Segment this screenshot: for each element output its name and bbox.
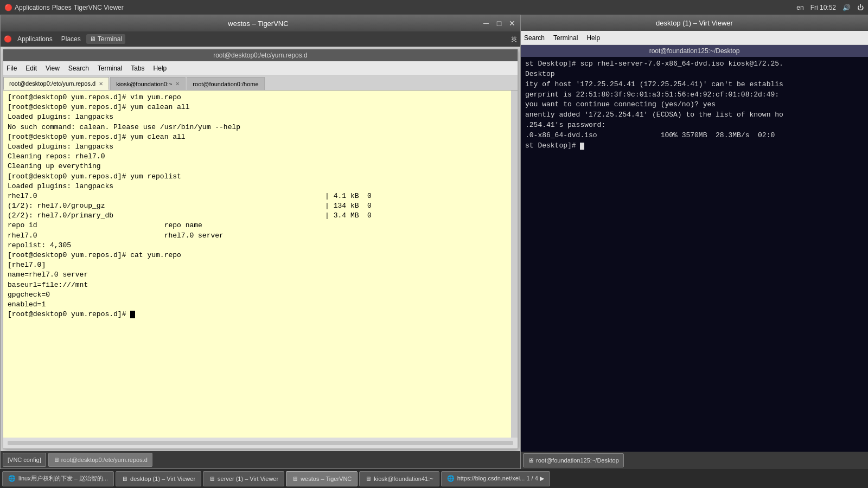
- virt-term-title-text: root@foundation125:~/Desktop: [649, 47, 740, 55]
- inner-terminal-btn[interactable]: 🖥 Terminal: [86, 34, 125, 44]
- menu-view[interactable]: View: [46, 65, 60, 72]
- taskbar-vnc-config[interactable]: [VNC config]: [3, 453, 46, 467]
- system-network-icon: 🔊: [843, 4, 851, 11]
- taskbar-kiosk-icon: 🖥: [365, 476, 371, 482]
- inner-lang: 英: [511, 35, 517, 43]
- system-bar-left: 🔴 Applications Places TigerVNC Viewer: [4, 4, 124, 11]
- system-power-icon: ⏻: [857, 4, 864, 11]
- terminal-tabs: root@desktop0:/etc/yum.repos.d ✕ kiosk@f…: [3, 75, 518, 91]
- taskbar-kiosk-foundation41[interactable]: 🖥 kiosk@foundation41:~: [359, 471, 439, 486]
- virt-menu-search[interactable]: Search: [524, 34, 545, 42]
- virt-terminal-title: root@foundation125:~/Desktop: [521, 45, 868, 57]
- close-tab-2[interactable]: ✕: [175, 81, 180, 87]
- terminal-bottom-scrollbar[interactable]: [8, 441, 513, 445]
- taskbar-linux-blog[interactable]: 🌐 linux用户权利的下发 – 赵治智的...: [2, 471, 114, 486]
- close-button[interactable]: ✕: [507, 18, 518, 29]
- vnc-title: westos – TigerVNC: [36, 20, 481, 28]
- menu-help[interactable]: Help: [154, 65, 167, 72]
- terminal-scrollbar[interactable]: [511, 91, 518, 438]
- vnc-window: westos – TigerVNC ─ □ ✕ 🔴 Applications P…: [0, 15, 521, 469]
- terminal-titlebar: root@desktop0:/etc/yum.repos.d: [3, 49, 518, 61]
- vnc-inner: 🔴 Applications Places 🖥 Terminal 英 root@…: [1, 31, 520, 468]
- places-menu[interactable]: Places: [52, 4, 72, 11]
- virt-titlebar: desktop (1) – Virt Viewer: [521, 15, 868, 31]
- terminal-body[interactable]: [root@desktop0 yum.repos.d]# vim yum.rep…: [3, 91, 511, 438]
- vnc-titlebar: westos – TigerVNC ─ □ ✕: [1, 15, 520, 31]
- virt-taskbar-foundation125[interactable]: 🖥 root@foundation125:~/Desktop: [523, 453, 624, 467]
- taskbar-linux-icon: 🌐: [8, 475, 16, 482]
- gnome-bar-right: 英: [511, 35, 517, 43]
- system-time: Fri 10:52: [810, 4, 836, 11]
- virt-viewer-panel: desktop (1) – Virt Viewer Search Termina…: [521, 15, 868, 469]
- inner-gnome-icon: 🔴: [4, 35, 12, 43]
- taskbar-virt-server[interactable]: 🖥 server (1) – Virt Viewer: [203, 471, 284, 486]
- inner-applications-menu[interactable]: Applications: [14, 34, 56, 44]
- system-lang: en: [796, 4, 803, 11]
- system-icon: 🔴: [4, 4, 12, 11]
- terminal-title: root@desktop0:/etc/yum.repos.d: [213, 52, 308, 59]
- virt-taskbar-icon: 🖥: [528, 457, 534, 464]
- terminal-window: root@desktop0:/etc/yum.repos.d File Edit…: [3, 49, 518, 449]
- terminal-bottom: [3, 438, 518, 448]
- main-area: westos – TigerVNC ─ □ ✕ 🔴 Applications P…: [0, 15, 868, 469]
- maximize-button[interactable]: □: [494, 18, 505, 29]
- terminal-content: [root@desktop0 yum.repos.d]# vim yum.rep…: [8, 93, 507, 319]
- tab-foundation0-home[interactable]: root@foundation0:/home: [187, 77, 264, 90]
- inner-gnome-bar: 🔴 Applications Places 🖥 Terminal 英: [1, 31, 520, 47]
- taskbar-csdn-icon: 🌐: [447, 475, 455, 482]
- virt-menu-help[interactable]: Help: [586, 34, 600, 42]
- virt-terminal-body[interactable]: st Desktop]# scp rhel-server-7.0-x86_64-…: [521, 57, 868, 452]
- menu-tabs[interactable]: Tabs: [131, 65, 144, 72]
- virt-terminal-content: st Desktop]# scp rhel-server-7.0-x86_64-…: [525, 59, 864, 151]
- terminal-menubar: File Edit View Search Terminal Tabs Help: [3, 61, 518, 75]
- minimize-button[interactable]: ─: [481, 18, 492, 29]
- tab-desktop0-yum[interactable]: root@desktop0:/etc/yum.repos.d ✕: [3, 77, 109, 90]
- terminal-icon-small: 🖥: [90, 35, 96, 43]
- global-taskbar: 🌐 linux用户权利的下发 – 赵治智的... 🖥 desktop (1) –…: [0, 469, 868, 488]
- inner-taskbar: [VNC config] 🖥 root@desktop0:/etc/yum.re…: [1, 451, 520, 468]
- close-tab-1[interactable]: ✕: [99, 81, 103, 87]
- tab-kiosk-foundation[interactable]: kiosk@foundation0:~ ✕: [110, 77, 186, 90]
- taskbar-westos-vnc[interactable]: 🖥 westos – TigerVNC: [286, 471, 358, 486]
- taskbar-virt-desktop-icon: 🖥: [122, 476, 127, 482]
- vnc-window-controls: ─ □ ✕: [481, 18, 518, 29]
- taskbar-westos-icon: 🖥: [292, 476, 298, 482]
- terminal-icon: 🖥: [53, 457, 59, 463]
- inner-places-menu[interactable]: Places: [58, 34, 84, 44]
- system-bar: 🔴 Applications Places TigerVNC Viewer en…: [0, 0, 868, 15]
- applications-menu[interactable]: Applications: [15, 4, 50, 11]
- menu-file[interactable]: File: [7, 65, 17, 72]
- menu-edit[interactable]: Edit: [25, 65, 37, 72]
- virt-title: desktop (1) – Virt Viewer: [656, 19, 733, 27]
- menu-terminal[interactable]: Terminal: [98, 65, 122, 72]
- taskbar-virt-server-icon: 🖥: [209, 476, 215, 482]
- system-bar-right: en Fri 10:52 🔊 ⏻: [796, 4, 864, 11]
- tigervnc-app[interactable]: TigerVNC Viewer: [74, 4, 124, 11]
- taskbar-desktop0-yum[interactable]: 🖥 root@desktop0:/etc/yum.repos.d: [48, 453, 152, 467]
- terminal-with-scroll: [root@desktop0 yum.repos.d]# vim yum.rep…: [3, 91, 518, 438]
- taskbar-csdn-blog[interactable]: 🌐 https://blog.csdn.net/xei... 1 / 4 ▶: [441, 471, 550, 486]
- virt-taskbar: 🖥 root@foundation125:~/Desktop: [521, 452, 868, 469]
- menu-search[interactable]: Search: [68, 65, 89, 72]
- virt-menubar: Search Terminal Help: [521, 31, 868, 45]
- virt-menu-terminal[interactable]: Terminal: [553, 34, 578, 42]
- taskbar-virt-desktop[interactable]: 🖥 desktop (1) – Virt Viewer: [116, 471, 201, 486]
